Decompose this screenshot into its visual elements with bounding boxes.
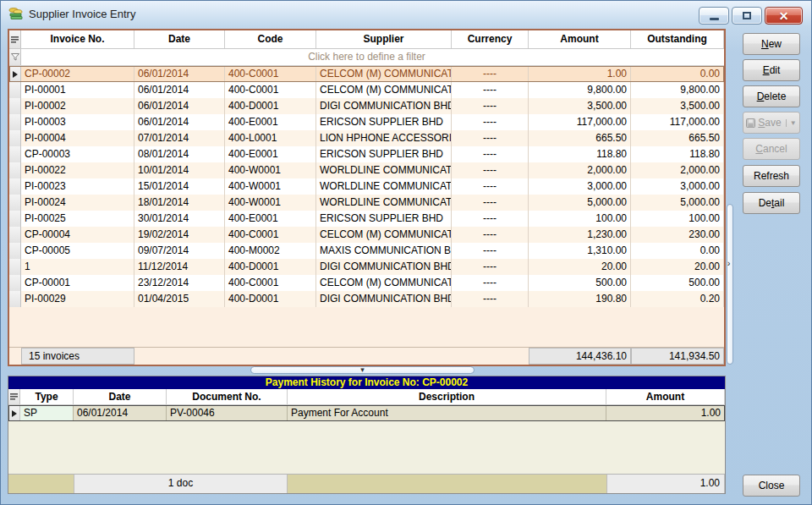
cell-amount[interactable]: 500.00: [529, 275, 631, 291]
cell-currency[interactable]: ----: [452, 162, 529, 178]
cell-currency[interactable]: ----: [452, 195, 529, 211]
filter-row[interactable]: Click here to define a filter: [9, 49, 724, 66]
cell-date[interactable]: 08/01/2014: [134, 146, 225, 162]
cell-amount[interactable]: 1.00: [529, 66, 631, 82]
cell-invoice-no[interactable]: PI-00029: [21, 291, 134, 307]
cell-outstanding[interactable]: 2,000.00: [631, 162, 724, 178]
cell-amount[interactable]: 9,800.00: [529, 82, 631, 98]
cell-code[interactable]: 400-E0001: [225, 114, 316, 130]
cell-supplier[interactable]: LION HPHONE ACCESSORIE...: [316, 130, 452, 146]
invoice-row[interactable]: CP-0000419/02/2014400-C0001CELCOM (M) CO…: [9, 227, 724, 243]
column-header-description[interactable]: Description: [288, 389, 606, 404]
cell-description[interactable]: Payment For Account: [288, 405, 606, 421]
cell-invoice-no[interactable]: PI-00002: [21, 98, 134, 114]
cell-currency[interactable]: ----: [452, 82, 529, 98]
minimize-button[interactable]: [699, 7, 729, 25]
cell-currency[interactable]: ----: [452, 227, 529, 243]
cell-currency[interactable]: ----: [452, 130, 529, 146]
invoice-row[interactable]: CP-0000123/12/2014400-C0001CELCOM (M) CO…: [9, 275, 724, 291]
cell-amount[interactable]: 190.80: [529, 291, 631, 307]
cell-date[interactable]: 19/02/2014: [134, 227, 225, 243]
cell-outstanding[interactable]: 665.50: [631, 130, 724, 146]
cell-invoice-no[interactable]: PI-00003: [21, 114, 134, 130]
cell-code[interactable]: 400-D0001: [225, 259, 316, 275]
cell-currency[interactable]: ----: [452, 66, 529, 82]
grid-options-button[interactable]: [9, 30, 21, 48]
cell-code[interactable]: 400-C0001: [225, 275, 316, 291]
cell-currency[interactable]: ----: [452, 275, 529, 291]
column-header-currency[interactable]: Currency: [452, 30, 529, 48]
cell-invoice-no[interactable]: PI-00025: [21, 211, 134, 227]
cell-outstanding[interactable]: 117,000.00: [631, 114, 724, 130]
cell-supplier[interactable]: WORLDLINE COMMUNICATI...: [316, 195, 452, 211]
cell-amount[interactable]: 1,230.00: [529, 227, 631, 243]
invoice-row[interactable]: 111/12/2014400-D0001DIGI COMMUNICATION B…: [9, 259, 724, 275]
cell-invoice-no[interactable]: PI-00001: [21, 82, 134, 98]
payment-grid-options-button[interactable]: [8, 389, 20, 404]
invoice-row[interactable]: PI-0002315/01/2014400-W0001WORLDLINE COM…: [9, 178, 724, 195]
cell-code[interactable]: 400-D0001: [225, 98, 316, 114]
column-header-amount[interactable]: Amount: [529, 30, 631, 48]
delete-button[interactable]: Delete: [743, 85, 800, 107]
cell-date[interactable]: 09/07/2014: [134, 243, 225, 259]
cell-currency[interactable]: ----: [452, 259, 529, 275]
cell-outstanding[interactable]: 0.20: [631, 291, 724, 307]
cell-supplier[interactable]: CELCOM (M) COMMUNICATI...: [316, 275, 452, 291]
cell-code[interactable]: 400-M0002: [225, 243, 316, 259]
invoice-row[interactable]: CP-0000308/01/2014400-E0001ERICSON SUPPL…: [9, 146, 724, 162]
cell-amount[interactable]: 1,310.00: [529, 243, 631, 259]
column-header-supplier[interactable]: Supplier: [316, 30, 452, 48]
titlebar[interactable]: Supplier Invoice Entry ✕: [1, 1, 811, 26]
cell-date[interactable]: 06/01/2014: [134, 66, 225, 82]
cell-document-no[interactable]: PV-00046: [167, 405, 288, 421]
cell-invoice-no[interactable]: PI-00024: [21, 195, 134, 211]
invoice-row[interactable]: PI-0002418/01/2014400-W0001WORLDLINE COM…: [9, 195, 724, 211]
cell-amount[interactable]: 5,000.00: [529, 195, 631, 211]
cell-outstanding[interactable]: 500.00: [631, 275, 724, 291]
cell-date[interactable]: 11/12/2014: [134, 259, 225, 275]
cell-date[interactable]: 06/01/2014: [134, 98, 225, 114]
cell-invoice-no[interactable]: PI-00023: [21, 178, 134, 195]
cell-outstanding[interactable]: 3,500.00: [631, 98, 724, 114]
cell-date[interactable]: 10/01/2014: [134, 162, 225, 178]
cell-currency[interactable]: ----: [452, 146, 529, 162]
cell-date[interactable]: 01/04/2015: [134, 291, 225, 307]
detail-button[interactable]: Detail: [743, 192, 800, 214]
column-header-type[interactable]: Type: [20, 389, 74, 404]
column-header-code[interactable]: Code: [225, 30, 316, 48]
column-header-invoice-no[interactable]: Invoice No.: [21, 30, 134, 48]
payment-row[interactable]: SP06/01/2014PV-00046Payment For Account1…: [8, 405, 725, 421]
cell-invoice-no[interactable]: CP-00004: [21, 227, 134, 243]
cell-date[interactable]: 06/01/2014: [134, 114, 225, 130]
maximize-button[interactable]: [732, 7, 762, 25]
cell-outstanding[interactable]: 230.00: [631, 227, 724, 243]
cell-outstanding[interactable]: 0.00: [631, 243, 724, 259]
cell-code[interactable]: 400-E0001: [225, 211, 316, 227]
cell-amount[interactable]: 20.00: [529, 259, 631, 275]
cell-code[interactable]: 400-C0001: [225, 66, 316, 82]
invoice-row[interactable]: CP-0000509/07/2014400-M0002MAXIS COMMUNI…: [9, 243, 724, 259]
cell-date[interactable]: 30/01/2014: [134, 211, 225, 227]
cell-outstanding[interactable]: 0.00: [631, 66, 724, 82]
cell-pay-amount[interactable]: 1.00: [606, 405, 725, 421]
cell-currency[interactable]: ----: [452, 178, 529, 195]
cell-invoice-no[interactable]: PI-00022: [21, 162, 134, 178]
cell-date[interactable]: 23/12/2014: [134, 275, 225, 291]
close-button[interactable]: Close: [743, 475, 800, 497]
cell-pay-date[interactable]: 06/01/2014: [74, 405, 167, 421]
cell-currency[interactable]: ----: [452, 98, 529, 114]
cell-date[interactable]: 15/01/2014: [134, 178, 225, 195]
cell-outstanding[interactable]: 9,800.00: [631, 82, 724, 98]
cell-amount[interactable]: 3,000.00: [529, 178, 631, 195]
cell-currency[interactable]: ----: [452, 211, 529, 227]
cell-code[interactable]: 400-W0001: [225, 178, 316, 195]
cell-supplier[interactable]: ERICSON SUPPLIER BHD: [316, 146, 452, 162]
cell-invoice-no[interactable]: CP-00003: [21, 146, 134, 162]
cell-supplier[interactable]: WORLDLINE COMMUNICATI...: [316, 162, 452, 178]
cell-supplier[interactable]: DIGI COMMUNICATION BHD: [316, 259, 452, 275]
cell-invoice-no[interactable]: CP-00001: [21, 275, 134, 291]
cell-invoice-no[interactable]: 1: [21, 259, 134, 275]
horizontal-splitter[interactable]: ▾: [250, 366, 475, 374]
cell-supplier[interactable]: WORLDLINE COMMUNICATI...: [316, 178, 452, 195]
invoice-row[interactable]: PI-0002210/01/2014400-W0001WORLDLINE COM…: [9, 162, 724, 178]
